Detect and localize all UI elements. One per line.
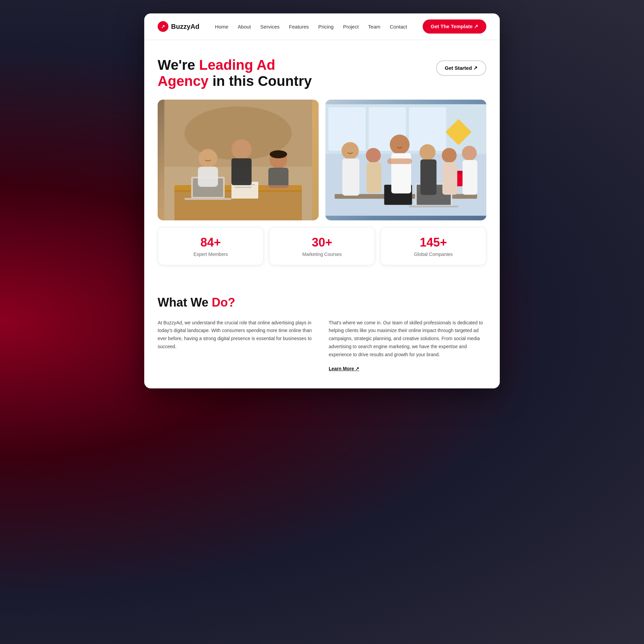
what-title: What We Do? bbox=[158, 296, 486, 310]
nav-features[interactable]: Features bbox=[289, 24, 309, 30]
get-started-button[interactable]: Get Started ↗ bbox=[436, 60, 486, 76]
stat-label-companies: Global Companies bbox=[387, 252, 479, 257]
svg-point-34 bbox=[366, 148, 381, 163]
stat-number-courses: 30+ bbox=[276, 235, 368, 250]
svg-rect-12 bbox=[198, 167, 218, 187]
what-cols: At BuzzyAd, we understand the crucial ro… bbox=[158, 319, 486, 372]
what-col-left-text: At BuzzyAd, we understand the crucial ro… bbox=[158, 319, 315, 351]
brand-name: BuzzyAd bbox=[171, 23, 199, 31]
stat-card-companies: 145+ Global Companies bbox=[380, 227, 486, 265]
svg-point-32 bbox=[341, 142, 359, 159]
svg-rect-18 bbox=[265, 185, 292, 189]
browser-window: ↗ BuzzyAd Home About Services Features P… bbox=[144, 13, 500, 388]
stat-label-courses: Marketing Courses bbox=[276, 252, 368, 257]
what-section: What We Do? At BuzzyAd, we understand th… bbox=[144, 275, 500, 388]
nav-contact[interactable]: Contact bbox=[390, 24, 407, 30]
nav-pricing[interactable]: Pricing bbox=[318, 24, 334, 30]
nav-home[interactable]: Home bbox=[215, 24, 228, 30]
main-nav: Home About Services Features Pricing Pro… bbox=[215, 24, 407, 30]
nav-about[interactable]: About bbox=[238, 24, 251, 30]
svg-rect-10 bbox=[235, 187, 252, 188]
svg-point-36 bbox=[390, 135, 410, 154]
hero-top: We're Leading Ad Agency in this Country … bbox=[158, 57, 486, 90]
stat-card-courses: 30+ Marketing Courses bbox=[269, 227, 375, 265]
svg-point-43 bbox=[462, 146, 477, 160]
stat-label-members: Expert Members bbox=[165, 252, 257, 257]
header: ↗ BuzzyAd Home About Services Features P… bbox=[144, 13, 500, 40]
svg-point-13 bbox=[231, 139, 252, 159]
stats-row: 84+ Expert Members 30+ Marketing Courses… bbox=[158, 227, 486, 265]
svg-point-39 bbox=[420, 144, 436, 160]
what-col-left: At BuzzyAd, we understand the crucial ro… bbox=[158, 319, 315, 372]
svg-point-11 bbox=[199, 149, 217, 168]
hero-image-left bbox=[158, 100, 319, 220]
svg-rect-7 bbox=[184, 198, 231, 200]
right-image-svg bbox=[325, 100, 486, 220]
hero-title: We're Leading Ad Agency in this Country bbox=[158, 57, 312, 90]
stat-number-members: 84+ bbox=[165, 235, 257, 250]
stat-card-members: 84+ Expert Members bbox=[158, 227, 264, 265]
what-title-plain: What We bbox=[158, 296, 212, 309]
hero-accent1: Leading Ad bbox=[199, 57, 275, 73]
svg-rect-28 bbox=[409, 205, 459, 207]
what-col-right-text: That's where we come in. Our team of ski… bbox=[329, 319, 486, 359]
svg-rect-42 bbox=[442, 162, 457, 195]
svg-rect-33 bbox=[342, 158, 360, 196]
left-image-svg bbox=[158, 100, 319, 220]
hero-plain2: in this Country bbox=[209, 73, 312, 89]
what-col-right: That's where we come in. Our team of ski… bbox=[329, 319, 486, 372]
stat-number-companies: 145+ bbox=[387, 235, 479, 250]
svg-point-41 bbox=[442, 148, 457, 163]
logo: ↗ BuzzyAd bbox=[158, 21, 199, 32]
svg-rect-35 bbox=[367, 162, 381, 193]
learn-more-button[interactable]: Learn More ↗ bbox=[329, 366, 359, 371]
svg-rect-14 bbox=[231, 158, 252, 185]
svg-rect-38 bbox=[387, 158, 412, 164]
svg-rect-40 bbox=[420, 159, 436, 195]
hero-image-right bbox=[325, 100, 486, 220]
hero-title-line1: We're Leading Ad bbox=[158, 57, 275, 73]
what-title-accent: Do? bbox=[212, 296, 235, 309]
images-row bbox=[158, 100, 486, 220]
hero-section: We're Leading Ad Agency in this Country … bbox=[144, 40, 500, 275]
logo-icon: ↗ bbox=[158, 21, 168, 32]
svg-rect-44 bbox=[463, 160, 477, 195]
hero-accent2: Agency bbox=[158, 73, 209, 89]
nav-team[interactable]: Team bbox=[368, 24, 380, 30]
svg-point-17 bbox=[270, 150, 287, 158]
get-template-button[interactable]: Get The Template ↗ bbox=[423, 19, 486, 34]
nav-services[interactable]: Services bbox=[260, 24, 280, 30]
svg-rect-23 bbox=[409, 107, 446, 151]
svg-rect-16 bbox=[268, 168, 288, 188]
nav-project[interactable]: Project bbox=[343, 24, 359, 30]
